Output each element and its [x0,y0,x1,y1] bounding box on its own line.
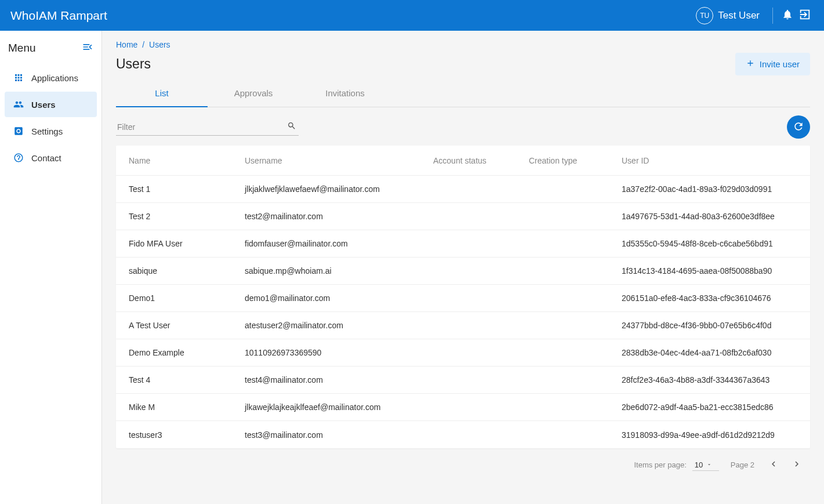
table-row[interactable]: Test 2test2@mailinator.com1a497675-53d1-… [116,203,810,230]
plus-icon [746,59,755,70]
table-row[interactable]: testuser3test3@mailinator.com31918093-d9… [116,421,810,448]
menu-title: Menu [8,42,82,55]
sidebar-item-settings[interactable]: Settings [5,118,97,144]
sidebar-item-contact[interactable]: Contact [5,145,97,171]
cell-username: test2@mailinator.com [245,212,433,221]
cell-name: A Test User [129,321,245,330]
cell-name: Demo Example [129,348,245,357]
cell-username: jlkjaklwefjklawefaewf@mailinator.com [245,184,433,194]
logout-button[interactable] [796,7,814,24]
users-table: Name Username Account status Creation ty… [116,146,810,448]
table-row[interactable]: A Test Useratestuser2@mailinator.com2437… [116,312,810,339]
breadcrumb-separator: / [140,40,147,49]
table-header: Name Username Account status Creation ty… [116,146,810,176]
filter-row [116,107,810,146]
chevron-right-icon [792,462,802,471]
cell-name: Fido MFA User [129,239,245,248]
sidebar-item-label: Contact [31,153,61,163]
cell-uid: 1d5355c0-5945-48f8-8ceb-c6cabe56bd91 [622,239,797,248]
avatar-initials: TU [700,12,709,20]
cell-uid: 31918093-d99a-49ee-a9df-d61d2d9212d9 [622,430,797,440]
cell-uid: 1a37e2f2-00ac-4ad1-89a3-f029d03d0991 [622,184,797,194]
items-per-page: Items per page: 10 [634,459,718,471]
cell-uid: 2838db3e-04ec-4de4-aa71-08fb2c6af030 [622,348,797,357]
table-row[interactable]: Demo Example101109269733695902838db3e-04… [116,339,810,367]
cell-username: demo1@mailinator.com [245,293,433,303]
col-header-name[interactable]: Name [129,156,245,165]
items-per-page-value: 10 [695,461,703,469]
cell-username: test3@mailinator.com [245,430,433,440]
notifications-button[interactable] [779,7,796,24]
invite-user-label: Invite user [760,59,800,69]
brand-title: WhoIAM Rampart [10,9,696,23]
cell-username: test4@mailinator.com [245,375,433,385]
cell-uid: 206151a0-efe8-4ac3-833a-cf9c36104676 [622,293,797,303]
logout-icon [798,8,811,23]
table-row[interactable]: sabiquesabique.mp@whoiam.ai1f314c13-4184… [116,258,810,285]
refresh-button[interactable] [787,115,810,139]
tabs: List Approvals Invitations [116,80,810,107]
users-icon [13,99,24,110]
user-name-label[interactable]: Test User [718,10,760,21]
dropdown-icon [706,461,712,469]
col-header-username[interactable]: Username [245,156,433,165]
table-body: Test 1jlkjaklwefjklawefaewf@mailinator.c… [116,176,810,448]
sidebar-item-label: Settings [31,126,63,136]
pagination-nav [766,456,804,473]
breadcrumb-home[interactable]: Home [116,40,137,49]
cell-uid: 24377bbd-d8ce-4f36-9bb0-07e65b6c4f0d [622,321,797,330]
refresh-icon [793,121,804,134]
cell-uid: 28fcf2e3-46a3-4b88-a3df-3344367a3643 [622,375,797,385]
items-per-page-select[interactable]: 10 [692,459,719,471]
col-header-uid[interactable]: User ID [622,156,797,165]
cell-uid: 2be6d072-a9df-4aa5-ba21-ecc3815edc86 [622,403,797,412]
apps-icon [13,72,24,84]
table-row[interactable]: Test 4test4@mailinator.com28fcf2e3-46a3-… [116,367,810,394]
help-icon [13,152,24,164]
cell-username: atestuser2@mailinator.com [245,321,433,330]
table-row[interactable]: Mike Mjlkawejklajkeajklfeaef@mailinator.… [116,394,810,421]
table-row[interactable]: Fido MFA Userfidomfauser@mailinator.com1… [116,230,810,258]
menu-header: Menu [0,37,101,64]
cell-username: fidomfauser@mailinator.com [245,239,433,248]
search-icon[interactable] [287,121,296,132]
cell-uid: 1f314c13-4184-4695-aaea-08f50088ba90 [622,266,797,275]
filter-input[interactable] [116,119,299,136]
menu-collapse-icon[interactable] [82,41,93,55]
cell-name: Test 1 [129,184,245,194]
prev-page-button[interactable] [766,456,781,473]
bell-icon [782,9,793,22]
tab-list[interactable]: List [116,80,208,107]
sidebar-item-users[interactable]: Users [5,92,97,117]
cell-name: Mike M [129,403,245,412]
table-row[interactable]: Test 1jlkjaklwefjklawefaewf@mailinator.c… [116,176,810,203]
items-per-page-label: Items per page: [634,461,686,469]
sidebar: Menu Applications Users Settings [0,31,102,504]
sidebar-item-applications[interactable]: Applications [5,65,97,90]
avatar[interactable]: TU [696,7,713,24]
cell-name: Demo1 [129,293,245,303]
header-divider [772,8,773,24]
cell-username: sabique.mp@whoiam.ai [245,266,433,275]
settings-icon [13,125,24,137]
invite-user-button[interactable]: Invite user [735,53,810,75]
sidebar-item-label: Users [31,100,56,110]
tab-approvals[interactable]: Approvals [208,80,299,107]
next-page-button[interactable] [789,456,804,473]
chevron-left-icon [768,462,779,471]
cell-username: jlkawejklajkeajklfeaef@mailinator.com [245,403,433,412]
col-header-ctype[interactable]: Creation type [529,156,622,165]
col-header-status[interactable]: Account status [433,156,529,165]
table-row[interactable]: Demo1demo1@mailinator.com206151a0-efe8-4… [116,285,810,312]
page-header: Users Invite user [116,53,810,75]
page-title: Users [116,56,735,72]
tab-invitations[interactable]: Invitations [299,80,391,107]
cell-name: testuser3 [129,430,245,440]
pagination: Items per page: 10 Page 2 [116,448,810,481]
breadcrumb-current[interactable]: Users [149,40,170,49]
breadcrumb: Home / Users [116,40,810,49]
page-indicator: Page 2 [731,461,754,469]
cell-name: Test 2 [129,212,245,221]
cell-name: Test 4 [129,375,245,385]
cell-name: sabique [129,266,245,275]
